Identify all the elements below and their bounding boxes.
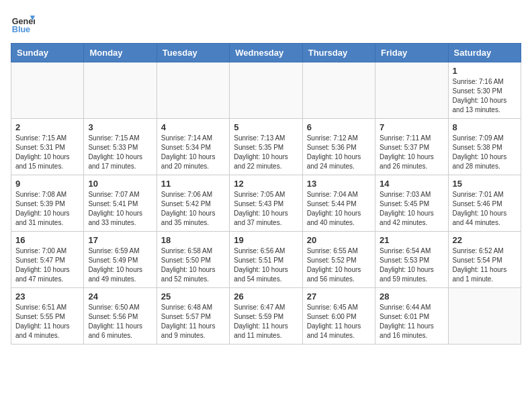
day-number: 18 — [161, 235, 225, 245]
day-number: 12 — [234, 179, 298, 189]
day-info: Sunrise: 6:47 AM Sunset: 5:59 PM Dayligh… — [234, 303, 298, 340]
day-number: 16 — [15, 235, 79, 245]
day-number: 23 — [15, 291, 79, 302]
day-number: 8 — [453, 122, 517, 132]
calendar-cell: 14Sunrise: 7:03 AM Sunset: 5:45 PM Dayli… — [375, 175, 448, 232]
day-number: 25 — [161, 291, 225, 302]
day-info: Sunrise: 6:56 AM Sunset: 5:51 PM Dayligh… — [234, 246, 298, 284]
day-number: 6 — [307, 122, 371, 132]
day-number: 14 — [380, 179, 443, 189]
day-info: Sunrise: 7:03 AM Sunset: 5:45 PM Dayligh… — [380, 190, 443, 228]
calendar-cell: 16Sunrise: 7:00 AM Sunset: 5:47 PM Dayli… — [11, 232, 84, 288]
week-row-5: 23Sunrise: 6:51 AM Sunset: 5:55 PM Dayli… — [11, 288, 521, 345]
svg-text:Blue: Blue — [12, 25, 30, 34]
calendar-cell — [448, 288, 521, 345]
day-info: Sunrise: 7:16 AM Sunset: 5:30 PM Dayligh… — [453, 77, 517, 115]
calendar-cell: 8Sunrise: 7:09 AM Sunset: 5:38 PM Daylig… — [448, 119, 521, 175]
calendar-cell: 27Sunrise: 6:45 AM Sunset: 6:00 PM Dayli… — [302, 288, 375, 345]
day-number: 19 — [234, 235, 298, 245]
calendar-cell: 24Sunrise: 6:50 AM Sunset: 5:56 PM Dayli… — [84, 288, 157, 345]
day-number: 24 — [88, 291, 152, 302]
day-info: Sunrise: 7:11 AM Sunset: 5:37 PM Dayligh… — [380, 134, 443, 171]
calendar-cell: 21Sunrise: 6:54 AM Sunset: 5:53 PM Dayli… — [375, 232, 448, 288]
calendar-cell: 7Sunrise: 7:11 AM Sunset: 5:37 PM Daylig… — [375, 119, 448, 175]
day-info: Sunrise: 6:48 AM Sunset: 5:57 PM Dayligh… — [161, 303, 225, 340]
day-number: 13 — [307, 179, 371, 189]
day-number: 27 — [307, 291, 371, 302]
logo-icon: General Blue — [11, 11, 35, 35]
day-number: 9 — [15, 179, 79, 189]
day-number: 26 — [234, 291, 298, 302]
day-info: Sunrise: 6:55 AM Sunset: 5:52 PM Dayligh… — [307, 246, 371, 284]
day-number: 2 — [15, 122, 79, 132]
day-info: Sunrise: 6:58 AM Sunset: 5:50 PM Dayligh… — [161, 246, 225, 284]
calendar-cell — [84, 62, 157, 119]
calendar-cell: 6Sunrise: 7:12 AM Sunset: 5:36 PM Daylig… — [302, 119, 375, 175]
day-info: Sunrise: 7:01 AM Sunset: 5:46 PM Dayligh… — [453, 190, 517, 228]
day-header-sunday: Sunday — [11, 44, 84, 62]
calendar-cell: 23Sunrise: 6:51 AM Sunset: 5:55 PM Dayli… — [11, 288, 84, 345]
day-number: 21 — [380, 235, 443, 245]
week-row-3: 9Sunrise: 7:08 AM Sunset: 5:39 PM Daylig… — [11, 175, 521, 232]
calendar-cell: 9Sunrise: 7:08 AM Sunset: 5:39 PM Daylig… — [11, 175, 84, 232]
calendar-cell — [375, 62, 448, 119]
calendar-cell — [230, 62, 302, 119]
calendar-cell: 22Sunrise: 6:52 AM Sunset: 5:54 PM Dayli… — [448, 232, 521, 288]
day-info: Sunrise: 6:51 AM Sunset: 5:55 PM Dayligh… — [15, 303, 79, 340]
day-info: Sunrise: 7:14 AM Sunset: 5:34 PM Dayligh… — [161, 134, 225, 171]
day-number: 5 — [234, 122, 298, 132]
day-header-thursday: Thursday — [302, 44, 375, 62]
day-info: Sunrise: 6:52 AM Sunset: 5:54 PM Dayligh… — [453, 246, 517, 284]
day-info: Sunrise: 7:12 AM Sunset: 5:36 PM Dayligh… — [307, 134, 371, 171]
week-row-1: 1Sunrise: 7:16 AM Sunset: 5:30 PM Daylig… — [11, 62, 521, 119]
calendar-cell: 1Sunrise: 7:16 AM Sunset: 5:30 PM Daylig… — [448, 62, 521, 119]
calendar-cell — [302, 62, 375, 119]
logo: General Blue — [11, 11, 35, 35]
day-header-wednesday: Wednesday — [230, 44, 302, 62]
day-number: 15 — [453, 179, 517, 189]
calendar-cell: 3Sunrise: 7:15 AM Sunset: 5:33 PM Daylig… — [84, 119, 157, 175]
calendar-cell: 25Sunrise: 6:48 AM Sunset: 5:57 PM Dayli… — [157, 288, 229, 345]
calendar-cell — [157, 62, 229, 119]
day-info: Sunrise: 7:15 AM Sunset: 5:31 PM Dayligh… — [15, 134, 79, 171]
day-number: 3 — [88, 122, 152, 132]
calendar-cell: 28Sunrise: 6:44 AM Sunset: 6:01 PM Dayli… — [375, 288, 448, 345]
calendar-cell: 13Sunrise: 7:04 AM Sunset: 5:44 PM Dayli… — [302, 175, 375, 232]
day-number: 28 — [380, 291, 443, 302]
week-row-2: 2Sunrise: 7:15 AM Sunset: 5:31 PM Daylig… — [11, 119, 521, 175]
calendar-cell: 12Sunrise: 7:05 AM Sunset: 5:43 PM Dayli… — [230, 175, 302, 232]
calendar-cell: 26Sunrise: 6:47 AM Sunset: 5:59 PM Dayli… — [230, 288, 302, 345]
day-number: 11 — [161, 179, 225, 189]
day-number: 22 — [453, 235, 517, 245]
day-info: Sunrise: 6:59 AM Sunset: 5:49 PM Dayligh… — [88, 246, 152, 284]
day-info: Sunrise: 6:54 AM Sunset: 5:53 PM Dayligh… — [380, 246, 443, 284]
day-info: Sunrise: 7:08 AM Sunset: 5:39 PM Dayligh… — [15, 190, 79, 228]
day-number: 4 — [161, 122, 225, 132]
day-number: 7 — [380, 122, 443, 132]
day-info: Sunrise: 7:04 AM Sunset: 5:44 PM Dayligh… — [307, 190, 371, 228]
calendar-cell: 11Sunrise: 7:06 AM Sunset: 5:42 PM Dayli… — [157, 175, 229, 232]
calendar-cell: 19Sunrise: 6:56 AM Sunset: 5:51 PM Dayli… — [230, 232, 302, 288]
calendar-cell: 17Sunrise: 6:59 AM Sunset: 5:49 PM Dayli… — [84, 232, 157, 288]
week-row-4: 16Sunrise: 7:00 AM Sunset: 5:47 PM Dayli… — [11, 232, 521, 288]
calendar-cell: 18Sunrise: 6:58 AM Sunset: 5:50 PM Dayli… — [157, 232, 229, 288]
day-info: Sunrise: 7:15 AM Sunset: 5:33 PM Dayligh… — [88, 134, 152, 171]
day-info: Sunrise: 7:07 AM Sunset: 5:41 PM Dayligh… — [88, 190, 152, 228]
day-header-tuesday: Tuesday — [157, 44, 229, 62]
day-number: 17 — [88, 235, 152, 245]
page-header: General Blue — [11, 11, 521, 35]
day-headers-row: SundayMondayTuesdayWednesdayThursdayFrid… — [11, 44, 521, 62]
day-info: Sunrise: 7:05 AM Sunset: 5:43 PM Dayligh… — [234, 190, 298, 228]
calendar-cell — [11, 62, 84, 119]
day-info: Sunrise: 7:13 AM Sunset: 5:35 PM Dayligh… — [234, 134, 298, 171]
calendar-cell: 5Sunrise: 7:13 AM Sunset: 5:35 PM Daylig… — [230, 119, 302, 175]
day-info: Sunrise: 7:06 AM Sunset: 5:42 PM Dayligh… — [161, 190, 225, 228]
day-header-saturday: Saturday — [448, 44, 521, 62]
calendar-cell: 4Sunrise: 7:14 AM Sunset: 5:34 PM Daylig… — [157, 119, 229, 175]
day-info: Sunrise: 6:45 AM Sunset: 6:00 PM Dayligh… — [307, 303, 371, 340]
day-header-friday: Friday — [375, 44, 448, 62]
calendar-cell: 10Sunrise: 7:07 AM Sunset: 5:41 PM Dayli… — [84, 175, 157, 232]
day-info: Sunrise: 7:09 AM Sunset: 5:38 PM Dayligh… — [453, 134, 517, 171]
day-info: Sunrise: 6:44 AM Sunset: 6:01 PM Dayligh… — [380, 303, 443, 340]
day-info: Sunrise: 7:00 AM Sunset: 5:47 PM Dayligh… — [15, 246, 79, 284]
